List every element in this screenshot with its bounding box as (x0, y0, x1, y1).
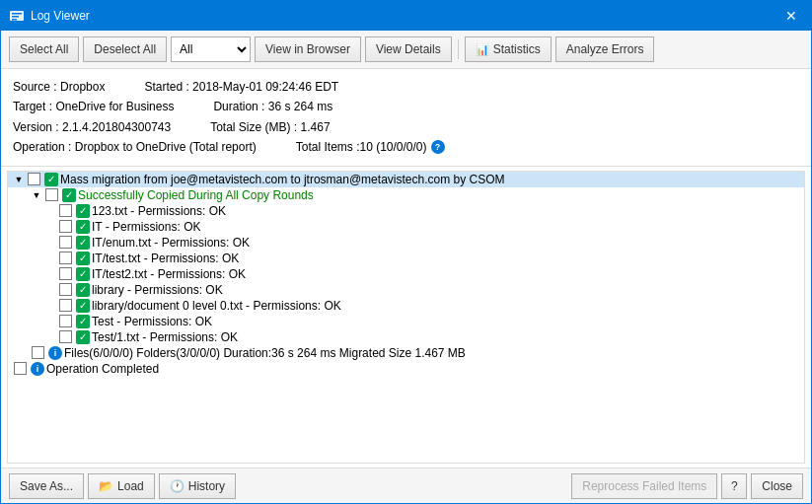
app-icon (9, 8, 25, 24)
status-check-icon: ✓ (76, 283, 90, 297)
status-check-icon: ✓ (76, 236, 90, 250)
item-label: Test - Permissions: OK (92, 315, 212, 328)
status-check-icon: ✓ (76, 299, 90, 313)
item-label: Files(6/0/0/0) Folders(3/0/0/0) Duration… (64, 346, 466, 360)
statusbar-help-icon: ? (731, 479, 738, 493)
row-checkbox[interactable] (59, 220, 72, 233)
row-checkbox[interactable] (59, 252, 72, 264)
started-info: Started : 2018-May-01 09:24:46 EDT (144, 77, 338, 97)
close-icon[interactable]: ✕ (779, 6, 803, 26)
row-checkbox[interactable] (59, 315, 72, 327)
log-tree[interactable]: ▼ ✓ Mass migration from joe@metavistech.… (7, 171, 805, 464)
statusbar-right: Reprocess Failed Items ? Close (571, 473, 803, 499)
table-row[interactable]: ✓ IT/enum.txt - Permissions: OK (8, 235, 804, 251)
toolbar-separator (458, 39, 459, 59)
table-row[interactable]: ✓ Test/1.txt - Permissions: OK (8, 329, 804, 345)
svg-rect-1 (12, 13, 22, 15)
info-icon: i (31, 362, 44, 376)
item-label: library/document 0 level 0.txt - Permiss… (92, 299, 341, 313)
total-items-info: Total Items : 10 (10/0/0/0) ? (296, 137, 445, 157)
row-checkbox[interactable] (28, 173, 40, 185)
expand-icon[interactable]: ▼ (12, 173, 26, 186)
expand-icon[interactable]: ▼ (30, 188, 43, 202)
item-label: Successfully Copied During All Copy Roun… (78, 188, 314, 202)
status-check-icon: ✓ (44, 173, 58, 186)
statistics-button[interactable]: 📊 Statistics (465, 36, 552, 62)
analyze-errors-button[interactable]: Analyze Errors (555, 36, 655, 62)
status-check-icon: ✓ (76, 252, 90, 265)
statistics-chart-icon: 📊 (476, 43, 489, 56)
table-row[interactable]: ✓ library/document 0 level 0.txt - Permi… (8, 298, 804, 314)
item-label: IT/test.txt - Permissions: OK (92, 252, 239, 265)
table-row[interactable]: ✓ IT/test.txt - Permissions: OK (8, 251, 804, 266)
row-checkbox[interactable] (59, 267, 72, 280)
view-details-button[interactable]: View Details (365, 36, 452, 62)
statusbar-help-button[interactable]: ? (721, 473, 747, 499)
item-label: Operation Completed (46, 362, 159, 376)
close-button[interactable]: Close (751, 473, 803, 499)
load-button[interactable]: 📂 Load (88, 473, 155, 499)
target-info: Target : OneDrive for Business (13, 97, 174, 116)
total-size-info: Total Size (MB) : 1.467 (210, 117, 330, 137)
item-label: library - Permissions: OK (92, 283, 223, 297)
item-label: 123.txt - Permissions: OK (92, 204, 226, 218)
duration-info: Duration : 36 s 264 ms (213, 97, 332, 116)
history-button[interactable]: 🕐 History (159, 473, 236, 499)
table-row[interactable]: i Files(6/0/0/0) Folders(3/0/0/0) Durati… (8, 345, 804, 361)
svg-rect-2 (12, 16, 19, 18)
row-checkbox[interactable] (14, 362, 27, 375)
table-row[interactable]: ▼ ✓ Successfully Copied During All Copy … (8, 187, 804, 203)
status-check-icon: ✓ (76, 220, 90, 234)
load-icon: 📂 (99, 479, 113, 493)
status-check-icon: ✓ (76, 204, 90, 218)
row-checkbox[interactable] (59, 299, 72, 312)
titlebar: Log Viewer ✕ (1, 1, 811, 31)
item-label: IT/test2.txt - Permissions: OK (92, 267, 246, 281)
status-check-icon: ✓ (76, 315, 90, 328)
version-info: Version : 2.1.4.201804300743 (13, 117, 171, 137)
toolbar: Select All Deselect All All Errors Warni… (1, 31, 811, 69)
item-label: IT/enum.txt - Permissions: OK (92, 236, 250, 250)
table-row[interactable]: ✓ Test - Permissions: OK (8, 314, 804, 329)
table-row[interactable]: ✓ 123.txt - Permissions: OK (8, 203, 804, 219)
filter-select[interactable]: All Errors Warnings Info (171, 36, 251, 62)
status-check-icon: ✓ (76, 267, 90, 281)
svg-rect-3 (12, 19, 17, 21)
item-label: Test/1.txt - Permissions: OK (92, 330, 238, 344)
row-checkbox[interactable] (45, 188, 58, 201)
row-checkbox[interactable] (59, 283, 72, 296)
statusbar: Save As... 📂 Load 🕐 History Reprocess Fa… (1, 468, 811, 503)
window-title: Log Viewer (31, 9, 779, 23)
status-check-icon: ✓ (62, 188, 76, 202)
history-icon: 🕐 (170, 479, 185, 493)
reprocess-button: Reprocess Failed Items (571, 473, 717, 499)
item-label: Mass migration from joe@metavistech.com … (60, 173, 505, 186)
info-icon: i (48, 346, 62, 360)
log-viewer-window: Log Viewer ✕ Select All Deselect All All… (0, 0, 812, 504)
deselect-all-button[interactable]: Deselect All (83, 36, 167, 62)
row-checkbox[interactable] (59, 204, 72, 217)
table-row[interactable]: ✓ IT/test2.txt - Permissions: OK (8, 266, 804, 282)
info-panel: Source : Dropbox Started : 2018-May-01 0… (1, 69, 811, 167)
status-check-icon: ✓ (76, 330, 90, 344)
row-checkbox[interactable] (59, 236, 72, 249)
operation-info: Operation : Dropbox to OneDrive (Total r… (13, 137, 257, 157)
table-row[interactable]: ✓ library - Permissions: OK (8, 282, 804, 298)
total-items-help-icon[interactable]: ? (431, 140, 445, 154)
item-label: IT - Permissions: OK (92, 220, 200, 234)
source-info: Source : Dropbox (13, 77, 105, 97)
row-checkbox[interactable] (59, 330, 72, 343)
view-in-browser-button[interactable]: View in Browser (255, 36, 361, 62)
table-row[interactable]: ▼ ✓ Mass migration from joe@metavistech.… (8, 172, 804, 187)
save-as-button[interactable]: Save As... (9, 473, 84, 499)
table-row[interactable]: i Operation Completed (8, 361, 804, 377)
select-all-button[interactable]: Select All (9, 36, 79, 62)
row-checkbox[interactable] (32, 346, 44, 359)
table-row[interactable]: ✓ IT - Permissions: OK (8, 219, 804, 235)
